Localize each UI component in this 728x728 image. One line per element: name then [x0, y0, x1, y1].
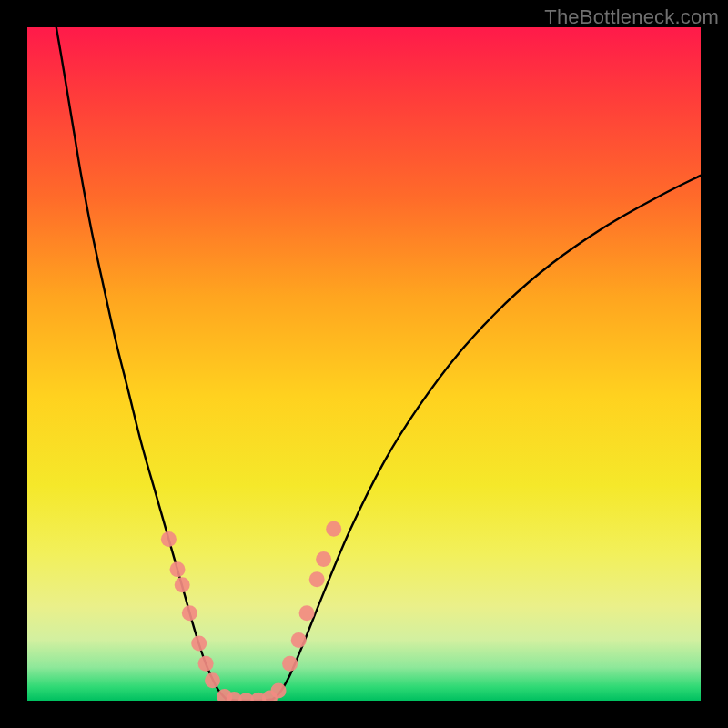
segment-dot [175, 577, 190, 592]
segment-dot [316, 551, 331, 567]
segment-dot [217, 689, 232, 701]
segment-dot [205, 672, 220, 688]
segment-dot [271, 682, 287, 698]
segment-dot [299, 605, 315, 621]
segment-dot [309, 571, 325, 587]
bottleneck-curve [56, 27, 701, 701]
segment-dot [250, 693, 266, 701]
marker-group [161, 521, 341, 701]
curve-svg [27, 27, 701, 701]
segment-dot [238, 693, 254, 701]
segment-dot [282, 656, 298, 672]
segment-dot [182, 605, 197, 621]
segment-dot [291, 632, 307, 648]
segment-dot [262, 691, 278, 701]
segment-dot [198, 656, 214, 672]
segment-dot [227, 692, 242, 701]
plot-area [27, 27, 701, 701]
watermark-text: TheBottleneck.com [544, 5, 719, 29]
chart-stage: TheBottleneck.com [0, 0, 728, 728]
curve-group [56, 27, 701, 701]
segment-dot [170, 561, 186, 577]
segment-dot [161, 531, 177, 547]
segment-dot [191, 636, 207, 652]
segment-dot [326, 521, 341, 537]
